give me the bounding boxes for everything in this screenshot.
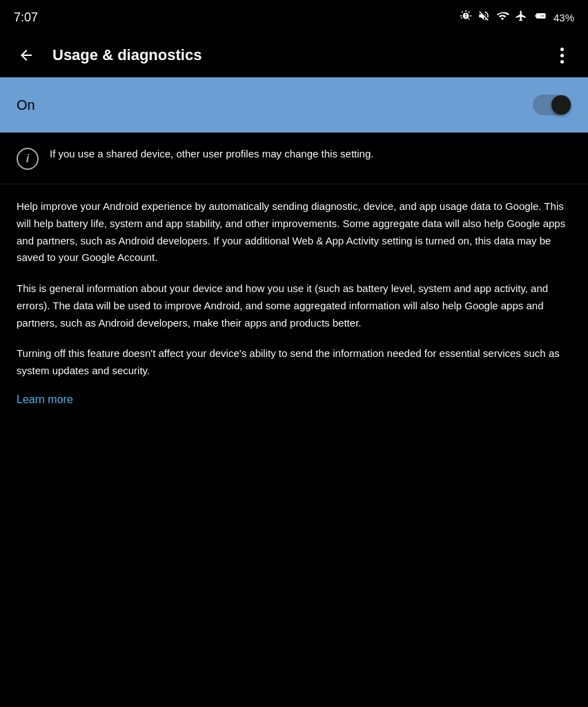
status-time: 7:07	[14, 10, 38, 25]
more-dot-2	[560, 54, 564, 57]
toggle-label: On	[17, 97, 35, 113]
battery-percentage: 43%	[553, 12, 574, 23]
description-paragraph-2: This is general information about your d…	[17, 280, 571, 331]
app-bar: Usage & diagnostics	[0, 33, 588, 77]
back-arrow-icon	[18, 47, 35, 64]
alarm-icon	[460, 10, 472, 25]
diagnostics-toggle[interactable]	[533, 95, 571, 115]
info-notice: i If you use a shared device, other user…	[0, 133, 588, 184]
more-options-button[interactable]	[547, 40, 577, 70]
airplane-icon	[515, 10, 527, 25]
info-icon: i	[17, 148, 39, 170]
info-notice-text: If you use a shared device, other user p…	[50, 146, 373, 162]
page-title: Usage & diagnostics	[52, 46, 547, 64]
description-paragraph-3: Turning off this feature doesn't affect …	[17, 345, 571, 380]
back-button[interactable]	[11, 40, 41, 70]
more-dot-1	[560, 48, 564, 51]
svg-rect-0	[536, 15, 540, 17]
learn-more-link[interactable]: Learn more	[17, 394, 73, 405]
wifi-icon	[496, 10, 509, 25]
more-dot-3	[560, 60, 564, 64]
toggle-knob	[551, 95, 571, 115]
toggle-section: On	[0, 77, 588, 133]
content-area: Help improve your Android experience by …	[0, 184, 588, 420]
description-paragraph-1: Help improve your Android experience by …	[17, 198, 571, 267]
battery-icon	[533, 10, 548, 25]
status-bar: 7:07	[0, 0, 588, 33]
svg-rect-3	[545, 15, 545, 17]
status-icons: 43%	[460, 10, 574, 25]
mute-icon	[478, 10, 490, 25]
